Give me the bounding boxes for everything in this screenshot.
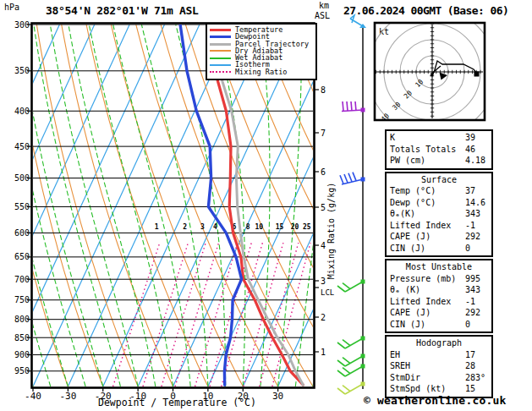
hodograph-ring-label: 30: [391, 101, 402, 112]
wind-barb: [340, 173, 365, 184]
mixing-ratio-value-label: 4: [213, 223, 217, 231]
wet-adiabat-line: [0, 25, 15, 386]
lcl-label: LCL: [321, 288, 334, 297]
index-value: 17: [465, 349, 475, 361]
indices-table-row: Lifted Index-1: [387, 220, 491, 232]
legend-swatch: [210, 36, 231, 38]
indices-table-row: CAPE (J)292: [387, 307, 491, 319]
wind-barb-feather: [347, 101, 348, 111]
indices-table-row: Totals Totals46: [387, 144, 491, 156]
wind-barb: [350, 15, 366, 28]
indices-table-row: Temp (°C)37: [387, 185, 491, 197]
station-title: 38°54'N 282°01'W 71m ASL: [46, 4, 199, 17]
temp-tick-label: -30: [59, 391, 76, 402]
indices-panel: K39Totals Totals46PW (cm)4.18SurfaceTemp…: [385, 129, 493, 400]
wind-barb-feather: [355, 101, 356, 111]
index-label: Pressure (mb): [390, 274, 456, 283]
wind-barb: [337, 382, 365, 395]
wind-barb-feather: [340, 175, 343, 184]
index-label: CAPE (J): [390, 308, 431, 317]
indices-table-row: Lifted Index-1: [387, 296, 491, 308]
index-label: SREH: [390, 361, 410, 370]
index-value: 39: [465, 132, 475, 144]
dry-adiabat-line: [62, 25, 173, 386]
index-label: Dewp (°C): [390, 198, 436, 207]
indices-table-row: EH17: [387, 349, 491, 361]
indices-table: HodographEH17SREH28StmDir283°StmSpd (kt)…: [385, 335, 493, 398]
wind-barb-feather: [337, 342, 345, 348]
pressure-tick-label: 400: [14, 107, 30, 116]
index-value: 283°: [465, 372, 485, 384]
chart-legend: TemperatureDewpointParcel TrajectoryDry …: [206, 23, 317, 80]
indices-table-row: Pressure (mb)995: [387, 273, 491, 285]
index-label: θₑ(K): [390, 209, 415, 218]
km-tick-label: 2: [321, 313, 326, 322]
index-label: CIN (J): [390, 320, 425, 329]
hodograph-ring-label: 40: [380, 112, 391, 123]
legend-swatch: [210, 71, 231, 73]
indices-table-title: Most Unstable: [387, 261, 491, 273]
legend-swatch: [210, 29, 231, 31]
index-label: PW (cm): [390, 156, 425, 165]
wind-barb-feather: [337, 286, 345, 292]
sounding-page: kt 1234681015202530035040045050055060065…: [0, 0, 532, 411]
legend-swatch: [210, 64, 231, 66]
pressure-tick-label: 750: [14, 295, 30, 304]
indices-table-row: θₑ(K)343: [387, 208, 491, 220]
wind-barb-feather: [343, 358, 350, 364]
km-tick-label: 6: [321, 167, 326, 177]
index-value: 343: [465, 208, 480, 220]
wet-adiabat-line: [89, 25, 173, 386]
indices-table-row: θₑ (K)343: [387, 284, 491, 296]
mixing-ratio-axis-label: Mixing Ratio (g/kg): [326, 183, 336, 279]
index-value: 0: [465, 319, 470, 331]
hodograph-trace-end-marker: [474, 72, 480, 77]
pressure-tick-label: 450: [14, 142, 30, 151]
pressure-tick-label: 800: [14, 315, 30, 324]
wind-barb: [342, 101, 365, 112]
mixing-ratio-line: [162, 243, 206, 386]
pressure-tick-label: 600: [14, 228, 30, 238]
indices-table-row: Dewp (°C)14.6: [387, 197, 491, 209]
mixing-ratio-value-label: 2: [183, 223, 187, 231]
wind-barb-feather: [337, 388, 345, 394]
pressure-tick-label: 350: [14, 66, 30, 75]
hodograph-ring-label: 10: [414, 78, 425, 89]
datetime-title: 27.06.2024 00GMT (Base: 06): [343, 4, 508, 17]
legend-swatch: [210, 43, 231, 46]
temp-tick-label: -40: [25, 391, 41, 402]
km-tick-label: 4: [321, 241, 326, 250]
pressure-tick-label: 950: [14, 366, 30, 375]
pressure-tick-label: 550: [14, 202, 30, 211]
hodograph-ring-label: 20: [403, 89, 414, 100]
copyright: © weatheronline.co.uk: [364, 394, 507, 407]
pressure-tick-label: 300: [14, 20, 30, 30]
index-label: EH: [390, 350, 400, 359]
wind-barb: [337, 280, 365, 293]
mixing-ratio-value-label: 1: [155, 223, 159, 231]
pressure-tick-label: 850: [14, 333, 30, 342]
wind-barb-feather: [343, 340, 350, 346]
index-label: Lifted Index: [390, 221, 451, 230]
wind-barb-feather: [337, 370, 345, 376]
mixing-ratio-value-label: 3: [200, 223, 205, 231]
wet-adiabat-line: [331, 25, 392, 386]
mixing-ratio-value-label: 8: [246, 223, 250, 231]
indices-table-title: Surface: [387, 174, 491, 186]
indices-table-row: CAPE (J)292: [387, 231, 491, 243]
indices-table-row: StmSpd (kt)15: [387, 383, 491, 395]
index-value: -1: [465, 220, 475, 232]
wind-barb-feather: [353, 173, 356, 181]
x-axis-label: Dewpoint / Temperature (°C): [98, 397, 256, 408]
index-value: 15: [465, 383, 475, 395]
indices-table-row: CIN (J)0: [387, 243, 491, 255]
index-label: Totals Totals: [390, 145, 456, 154]
altitude-axis-unit-km: km: [319, 1, 329, 10]
altitude-axis-unit-asl: ASL: [315, 11, 330, 20]
wind-profile-staff: [337, 15, 366, 394]
index-value: 0: [465, 243, 470, 255]
indices-table-row: SREH28: [387, 360, 491, 372]
index-value: 14.6: [465, 197, 485, 209]
km-tick-label: 8: [321, 85, 326, 95]
wind-barb-feather: [343, 283, 350, 289]
